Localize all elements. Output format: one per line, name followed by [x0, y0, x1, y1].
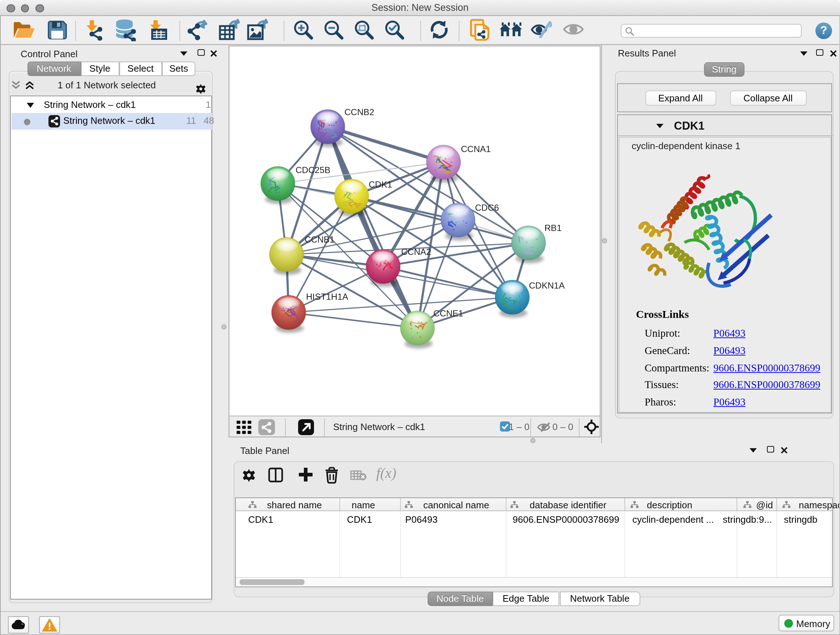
svg-text:CCNB1: CCNB1	[305, 234, 335, 244]
svg-text:CCNA2: CCNA2	[401, 247, 431, 257]
svg-text:CDC25B: CDC25B	[295, 165, 330, 175]
svg-text:CDK1: CDK1	[369, 180, 392, 189]
svg-text:CDKN1A: CDKN1A	[529, 280, 565, 290]
svg-text:HIST1H1A: HIST1H1A	[306, 292, 348, 302]
svg-text:CCNE1: CCNE1	[433, 309, 463, 318]
svg-text:RB1: RB1	[545, 223, 561, 233]
svg-text:CDC6: CDC6	[475, 203, 499, 212]
svg-text:CCNA1: CCNA1	[461, 144, 491, 154]
svg-text:CCNB2: CCNB2	[344, 107, 374, 117]
